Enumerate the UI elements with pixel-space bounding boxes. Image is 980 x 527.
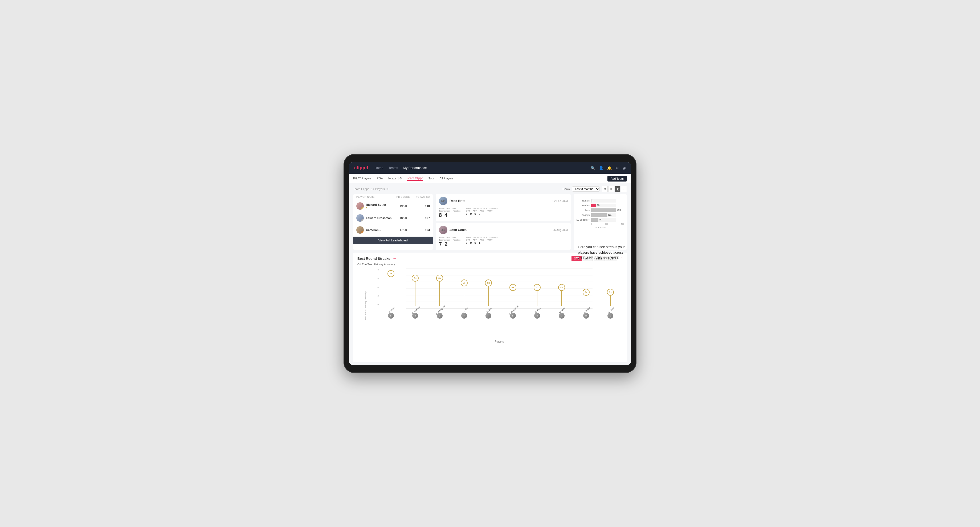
- search-icon[interactable]: 🔍: [591, 166, 595, 170]
- players-x-label: Players: [376, 340, 623, 343]
- tablet-frame: clippd Home Teams My Performance 🔍 👤 🔔 ⚙…: [344, 154, 636, 373]
- streak-dot: 4x: [509, 284, 516, 291]
- detail-view-button[interactable]: ◧: [615, 186, 620, 192]
- streaks-title: Best Round Streaks ←: [357, 256, 397, 261]
- team-controls: Show Last 3 months ⊞ ≡ ◧ ↕: [562, 186, 627, 192]
- bar-container: 96: [591, 204, 616, 207]
- player-score: 19/20: [393, 205, 414, 208]
- bar-row: D. Bogeys + 131: [576, 218, 624, 222]
- user-icon[interactable]: 👤: [599, 166, 603, 170]
- streak-col: 4x E. Crossman E: [501, 268, 525, 306]
- leaderboard-header: PLAYER NAME PB SCORE PB AVG SQ: [353, 194, 433, 200]
- chart-x-axis: 0 200 400: [576, 223, 624, 225]
- stat-sublabels: Tournament Practice: [439, 210, 460, 212]
- table-row: 1 Richard Butler ♥ 19/20 110: [353, 200, 433, 212]
- rank-badge-3: 3: [361, 231, 364, 234]
- player-card-josh: JC Josh Coles 26 Aug 2023 Total Rounds T…: [436, 223, 571, 250]
- y-ticks: 8 6 4 2 0: [373, 268, 379, 306]
- rank-badge-2: 2: [361, 219, 364, 222]
- show-select[interactable]: Last 3 months: [572, 186, 600, 192]
- view-leaderboard-button[interactable]: View Full Leaderboard: [353, 237, 433, 244]
- rounds-label: Total Rounds: [439, 237, 460, 239]
- bar-label: Eagles: [576, 199, 590, 202]
- player-score: 18/20: [393, 216, 414, 220]
- streak-dot: 3x: [607, 289, 614, 296]
- streak-col: 6x B. McHarg B: [403, 268, 428, 306]
- practice-sublabels: OTT APP ARG PUTT: [466, 210, 498, 212]
- subnav-team-clippd[interactable]: Team Clippd: [407, 176, 423, 181]
- rank-badge-1: 1: [361, 207, 364, 210]
- streak-col: 5x R. Britt R: [476, 268, 501, 306]
- player-info: 2 Edward Crossman: [356, 214, 393, 222]
- annotation-container: Here you can see streaks your players ha…: [578, 244, 631, 261]
- streak-avatar: C: [608, 313, 613, 319]
- practice-activities-label: Total Practice Activities: [466, 207, 498, 210]
- subnav-tour[interactable]: Tour: [428, 177, 434, 181]
- streak-avatar: D: [437, 313, 442, 319]
- chart-title: Total Shots: [576, 226, 624, 229]
- bar-container: 3: [591, 199, 616, 203]
- list-view-button[interactable]: ≡: [608, 186, 614, 192]
- x-label-200: 200: [605, 223, 608, 225]
- stat-group-rounds: Total Rounds Tournament Practice 8 4: [439, 207, 460, 218]
- player-avg: 103: [414, 229, 430, 232]
- team-name: Team Clippd: [353, 187, 369, 190]
- streak-columns: 7x E. Ebert E 6x B. McHarg B 6x D. Billi…: [379, 268, 623, 306]
- streak-col: 4x D. Ford D: [525, 268, 550, 306]
- streak-col: 3x C. Quick C: [598, 268, 623, 306]
- subtitle-rest: , Fairway Accuracy: [372, 263, 395, 266]
- x-label-0: 0: [591, 223, 592, 225]
- player-score: 17/20: [393, 229, 414, 232]
- streak-col: 3x R. Butler R: [574, 268, 598, 306]
- subnav-hcaps[interactable]: Hcaps 1-5: [388, 177, 402, 181]
- player-name: Cameron...: [366, 229, 381, 232]
- stat-group-rounds: Total Rounds Tournament Practice 7 2: [439, 237, 460, 247]
- subnav-all-players[interactable]: All Players: [440, 177, 453, 181]
- table-row: 2 Edward Crossman 18/20 107: [353, 212, 433, 224]
- two-col-layout: PLAYER NAME PB SCORE PB AVG SQ 1 Ri: [353, 194, 627, 250]
- player-avg: 110: [414, 205, 430, 208]
- bar-label: Birdies: [576, 204, 590, 207]
- settings-icon[interactable]: ⚙: [616, 166, 619, 170]
- player-avg: 107: [414, 216, 430, 220]
- grid-view-button[interactable]: ⊞: [602, 186, 608, 192]
- table-row: 3 Cameron... 17/20 103: [353, 224, 433, 236]
- nav-link-myperformance[interactable]: My Performance: [403, 166, 426, 170]
- compact-view-button[interactable]: ↕: [621, 186, 627, 192]
- x-label-400: 400: [621, 223, 624, 225]
- streak-dot: 7x: [387, 270, 395, 277]
- bar-row: Pars 499: [576, 208, 624, 212]
- subnav-pgat[interactable]: PGAT Players: [353, 177, 371, 181]
- nav-links: Home Teams My Performance: [375, 166, 584, 170]
- edit-icon[interactable]: ✏: [387, 187, 389, 191]
- nav-logo: clippd: [354, 165, 368, 170]
- streak-col: 6x D. Billingham D: [428, 268, 452, 306]
- bar-row: Birdies 96: [576, 204, 624, 207]
- player-card-date: 02 Sep 2023: [552, 200, 568, 203]
- avatar: RB: [439, 197, 447, 205]
- bar-container: 499: [591, 208, 616, 212]
- bell-icon[interactable]: 🔔: [607, 166, 612, 170]
- add-team-button[interactable]: Add Team: [608, 176, 627, 181]
- tournament-val: 8: [439, 212, 442, 218]
- streak-col: 5x J. Coles J: [452, 268, 476, 306]
- player-card-date: 26 Aug 2023: [553, 229, 568, 232]
- profile-icon[interactable]: ◉: [623, 166, 626, 170]
- player-cards: RB Rees Britt 02 Sep 2023 Total Rounds T…: [436, 194, 571, 250]
- streak-dot: 6x: [412, 275, 418, 282]
- nav-icons: 🔍 👤 🔔 ⚙ ◉: [591, 166, 626, 170]
- subnav-pga[interactable]: PGA: [377, 177, 383, 181]
- player-card-rees: RB Rees Britt 02 Sep 2023 Total Rounds T…: [436, 194, 571, 221]
- practice-val: 4: [444, 212, 447, 218]
- streak-avatar: M: [559, 313, 565, 319]
- streak-chart-wrapper: Best Streak, Fairway Accuracy 8 6 4 2 0: [357, 268, 623, 359]
- col-score-label: PB SCORE: [393, 195, 414, 198]
- streak-dot: 4x: [558, 284, 565, 291]
- nav-link-home[interactable]: Home: [375, 166, 383, 170]
- tournament-label: Tournament: [439, 210, 450, 212]
- streak-col: 4x M. Miller M: [549, 268, 574, 306]
- subtitle-bold: Off The Tee: [357, 263, 372, 266]
- col-avg-label: PB AVG SQ: [414, 195, 430, 198]
- nav-link-teams[interactable]: Teams: [388, 166, 398, 170]
- show-label: Show: [562, 187, 570, 190]
